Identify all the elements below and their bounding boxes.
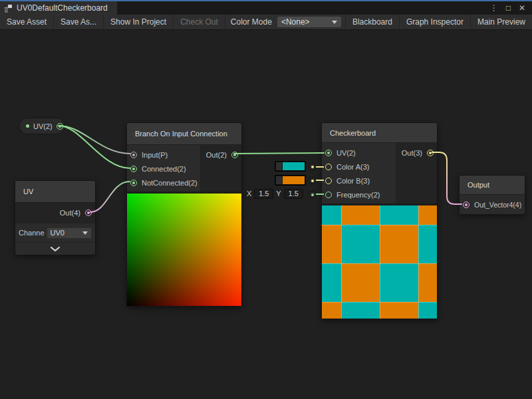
port-label-connected: Connected(2) <box>142 165 186 173</box>
tab-title: UV0DefaultCheckerboard <box>17 3 108 13</box>
port-notconnected[interactable] <box>130 180 137 186</box>
channel-dropdown[interactable]: UV0 <box>47 227 92 239</box>
uv-node-title: UV <box>23 188 33 196</box>
port-row-out3: Out(3) <box>396 146 437 160</box>
checkerboard-input-section: UV(2) Color A(3) Color B(3) Frequency(2) <box>322 143 396 203</box>
port-color-b[interactable] <box>325 178 332 184</box>
port-row-input-p: Input(P) <box>127 148 200 162</box>
save-asset-button[interactable]: Save Asset <box>0 15 54 29</box>
port-color-a[interactable] <box>325 164 332 170</box>
port-row-out2: Out(2) <box>200 148 241 162</box>
save-as-button[interactable]: Save As... <box>54 15 104 29</box>
frequency-y-label: Y <box>276 190 281 198</box>
branch-node-title: Branch On Input Connection <box>135 130 227 138</box>
checkerboard-node-title-bar[interactable]: Checkerboard <box>322 123 437 143</box>
uv-channel-row: Channe UV0 <box>15 223 95 242</box>
edge-uv2-to-input[interactable] <box>59 126 130 154</box>
port-uv2-out[interactable] <box>57 123 63 130</box>
port-out3[interactable] <box>427 150 434 156</box>
tab-uv0defaultcheckerboard[interactable]: UV0DefaultCheckerboard <box>0 1 117 15</box>
close-icon[interactable]: ✕ <box>519 3 525 13</box>
port-label-color-a: Color A(3) <box>336 163 370 171</box>
branch-input-section: Input(P) Connected(2) NotConnected(2) <box>127 145 200 192</box>
port-out4[interactable] <box>85 209 92 216</box>
port-connected[interactable] <box>130 166 137 172</box>
output-node-title: Output <box>467 181 489 189</box>
port-row-connected: Connected(2) <box>127 162 200 176</box>
color-a-swatch[interactable] <box>283 162 305 170</box>
port-row-color-a: Color A(3) <box>322 160 396 174</box>
frequency-y-input[interactable]: 1.5 <box>284 189 303 199</box>
tab-strip: UV0DefaultCheckerboard ⋮ □ ✕ <box>0 1 532 15</box>
color-mode-dropdown[interactable]: <None> <box>277 17 341 27</box>
menu-icon[interactable]: ⋮ <box>490 3 498 13</box>
port-frequency[interactable] <box>325 192 332 198</box>
window-controls: ⋮ □ ✕ <box>490 1 532 15</box>
branch-node-title-bar[interactable]: Branch On Input Connection <box>127 123 241 145</box>
port-label-out2: Out(2) <box>206 151 227 159</box>
shader-graph-icon <box>4 4 13 13</box>
frequency-connector-dot <box>309 191 316 198</box>
color-b-field[interactable] <box>275 175 306 186</box>
port-row-uv: UV(2) <box>322 146 396 160</box>
port-label-frequency: Frequency(2) <box>336 191 380 199</box>
show-in-project-button[interactable]: Show In Project <box>104 15 174 29</box>
port-label-input-p: Input(P) <box>142 151 168 159</box>
edge-uv2-to-connected[interactable] <box>59 126 130 168</box>
color-b-connector-dot <box>309 177 316 184</box>
color-a-connector-dot <box>309 163 316 170</box>
chevron-down-icon <box>82 231 88 235</box>
edge-out2-to-uv[interactable] <box>234 153 324 154</box>
checkerboard-node-title: Checkerboard <box>330 129 376 137</box>
port-row-frequency: Frequency(2) <box>322 188 396 201</box>
port-row-color-b: Color B(3) <box>322 174 396 188</box>
main-preview-button[interactable]: Main Preview <box>470 15 532 29</box>
chevron-down-icon <box>332 21 337 24</box>
port-row-out-vector4: Out_Vector4(4) <box>460 195 525 214</box>
port-uv[interactable] <box>325 150 332 156</box>
color-a-field[interactable] <box>275 161 306 172</box>
node-uv[interactable]: UV Out(4) Channe UV0 <box>15 180 96 255</box>
port-row-notconnected: NotConnected(2) <box>127 176 200 190</box>
uv-node-title-bar[interactable]: UV <box>15 181 95 203</box>
port-label-notconnected: NotConnected(2) <box>142 179 198 187</box>
check-out-button: Check Out <box>174 15 225 29</box>
port-label-out3: Out(3) <box>402 149 422 157</box>
checkerboard-preview <box>322 203 437 319</box>
frequency-x-label: X <box>247 190 251 198</box>
edge-out4-to-notconnected[interactable] <box>90 182 130 212</box>
uv-node-collapse-row <box>15 242 95 255</box>
port-label-uv: UV(2) <box>336 149 356 157</box>
branch-node-uv-preview <box>127 192 241 306</box>
graph-canvas[interactable]: UV(2) Branch On Input Connection Input(P… <box>0 30 532 398</box>
port-row-out4: Out(4) <box>15 203 95 223</box>
maximize-icon[interactable]: □ <box>506 3 511 13</box>
branch-output-section: Out(2) <box>200 145 241 192</box>
port-out-vector4[interactable] <box>463 201 469 208</box>
color-a-field-handle <box>276 162 282 170</box>
uv2-pill-label: UV(2) <box>33 122 53 130</box>
output-node-title-bar[interactable]: Output <box>460 176 525 195</box>
frequency-field-group: X 1.5 Y 1.5 <box>247 188 303 199</box>
frequency-x-input[interactable]: 1.5 <box>254 189 273 199</box>
graph-inspector-button[interactable]: Graph Inspector <box>399 15 470 29</box>
node-checkerboard[interactable]: Checkerboard UV(2) Color A(3) Color B(3) <box>321 122 438 319</box>
node-uv2-collapsed[interactable]: UV(2) <box>19 118 65 134</box>
port-out2[interactable] <box>231 152 238 158</box>
shader-graph-window: UV0DefaultCheckerboard ⋮ □ ✕ Save Asset … <box>0 0 532 399</box>
preview-dot-icon <box>26 124 29 128</box>
node-branch-on-input-connection[interactable]: Branch On Input Connection Input(P) Conn… <box>126 122 242 307</box>
port-input-p[interactable] <box>130 152 137 158</box>
port-label-out4: Out(4) <box>60 209 80 217</box>
color-b-swatch[interactable] <box>283 176 305 184</box>
color-mode-label: Color Mode <box>225 15 277 29</box>
toolbar: Save Asset Save As... Show In Project Ch… <box>0 15 532 30</box>
color-b-field-handle <box>276 176 282 184</box>
port-label-color-b: Color B(3) <box>336 177 370 185</box>
collapse-chevron-icon[interactable] <box>51 247 60 251</box>
channel-value: UV0 <box>51 229 65 237</box>
blackboard-button[interactable]: Blackboard <box>345 15 399 29</box>
node-output[interactable]: Output Out_Vector4(4) <box>459 175 525 215</box>
channel-label: Channe <box>19 229 45 237</box>
port-label-out-vector4: Out_Vector4(4) <box>474 201 521 209</box>
